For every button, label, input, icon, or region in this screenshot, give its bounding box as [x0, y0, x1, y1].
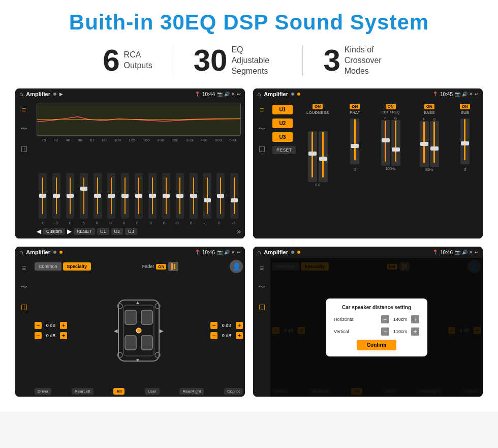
vol-fr-plus[interactable]: + — [236, 322, 243, 329]
freq-200: 200 — [158, 138, 164, 142]
vol-fr-value: 0 dB — [220, 323, 234, 328]
on-phat[interactable]: ON — [350, 104, 360, 109]
eq-slider-5[interactable] — [107, 173, 115, 219]
eq-slider-14[interactable] — [230, 173, 238, 219]
home-icon-3[interactable]: ⌂ — [19, 249, 23, 256]
u3-btn[interactable]: U3 — [125, 228, 137, 235]
prev-preset-btn[interactable]: ◀ — [37, 228, 41, 235]
on-bass[interactable]: ON — [424, 104, 434, 109]
sidebar-2: ≡ 〜 ◫ — [253, 100, 270, 238]
camera-icon-4: 📷 — [455, 250, 460, 255]
vol-fr-minus[interactable]: − — [210, 322, 217, 329]
wave-icon-4[interactable]: 〜 — [256, 282, 268, 292]
rearright-btn[interactable]: RearRight — [179, 388, 204, 395]
sub-slider[interactable] — [460, 118, 470, 164]
preset-u3[interactable]: U3 — [272, 132, 293, 142]
channel-cutfreq: ON CUT FREQ F — [381, 104, 400, 170]
vertical-minus-btn[interactable]: − — [381, 327, 389, 336]
stat-rca-number: 6 — [103, 45, 119, 76]
rearleft-btn[interactable]: RearLeft — [72, 388, 94, 395]
vol-fl-minus[interactable]: − — [35, 322, 42, 329]
fader-on-badge[interactable]: ON — [156, 264, 166, 270]
u2-btn[interactable]: U2 — [111, 228, 123, 235]
vol-rl-plus[interactable]: + — [60, 332, 67, 339]
custom-preset-btn[interactable]: Custom — [43, 228, 65, 235]
status-bar-right-3: 📍 10:46 📷 🔊 ✕ ↩ — [195, 250, 241, 255]
stat-eq: 30 EQ AdjustableSegments — [173, 45, 303, 76]
eq-slider-4[interactable] — [94, 173, 102, 219]
phat-slider[interactable] — [350, 118, 359, 164]
eq-slider-13[interactable] — [216, 173, 225, 219]
dialog-overlay: Car speaker distance setting Horizontal … — [270, 258, 483, 397]
on-cutfreq[interactable]: ON — [386, 104, 396, 109]
loudness-slider-1[interactable] — [308, 131, 317, 182]
copilot-btn[interactable]: Copilot — [224, 388, 243, 395]
horizontal-plus-btn[interactable]: + — [411, 315, 419, 323]
sub-label: SUB — [461, 110, 469, 115]
u1-btn[interactable]: U1 — [97, 228, 109, 235]
home-icon-1[interactable]: ⌂ — [19, 91, 23, 98]
confirm-button[interactable]: Confirm — [357, 340, 396, 350]
eq-slider-1[interactable] — [52, 173, 60, 219]
eq-slider-10[interactable] — [176, 173, 184, 219]
user-btn-3[interactable]: User — [145, 388, 160, 395]
eq-slider-12[interactable] — [203, 173, 211, 219]
eq-slider-2[interactable] — [66, 173, 74, 219]
eq-slider-8[interactable] — [148, 173, 157, 219]
tab-specialty-3[interactable]: Specialty — [63, 262, 91, 271]
wave-icon-3[interactable]: 〜 — [18, 282, 30, 292]
all-btn[interactable]: All — [113, 388, 124, 395]
next-preset-btn[interactable]: ▶ — [67, 228, 72, 235]
status-icons-3: 📷 🔊 ✕ ↩ — [217, 250, 241, 255]
bass-slider-2[interactable] — [430, 121, 439, 167]
screen1-content: ≡ 〜 ◫ — [15, 100, 245, 238]
home-icon-4[interactable]: ⌂ — [257, 249, 261, 256]
on-sub[interactable]: ON — [460, 104, 470, 109]
screenshots-grid: ⌂ Amplifier ▶ 📍 10:44 📷 🔊 ✕ ↩ — [15, 88, 483, 397]
eq-slider-7[interactable] — [135, 173, 143, 219]
preset-u1[interactable]: U1 — [272, 105, 293, 114]
dialog-vertical-row: Vertical − 110cm + — [334, 327, 419, 336]
speaker-icon-4[interactable]: ◫ — [256, 302, 268, 312]
speaker-icon-3[interactable]: ◫ — [18, 302, 30, 312]
back-icon-4: ↩ — [475, 250, 479, 255]
eq-slider-9[interactable] — [162, 173, 170, 219]
eq-slider-11[interactable] — [190, 173, 198, 219]
on-loudness[interactable]: ON — [313, 104, 323, 109]
more-icon[interactable]: » — [237, 227, 241, 235]
preset-u2[interactable]: U2 — [272, 118, 293, 128]
vol-rr-plus[interactable]: + — [236, 332, 243, 339]
cutfreq-slider-1[interactable] — [381, 120, 390, 166]
loudness-slider-2[interactable] — [319, 131, 328, 182]
speaker-icon[interactable]: ◫ — [18, 143, 30, 154]
tab-common-3[interactable]: Common — [35, 262, 61, 271]
eq-slider-6[interactable] — [121, 173, 129, 219]
status-bar-3: ⌂ Amplifier 📍 10:46 📷 🔊 ✕ ↩ — [15, 247, 245, 258]
reset-btn-1[interactable]: RESET — [74, 228, 95, 235]
eq-icon-2[interactable]: ≡ — [256, 105, 268, 115]
vertical-plus-btn[interactable]: + — [411, 327, 419, 336]
driver-btn[interactable]: Driver — [35, 388, 51, 395]
horizontal-minus-btn[interactable]: − — [381, 315, 389, 323]
eq-icon[interactable]: ≡ — [18, 105, 30, 115]
svg-text:▲: ▲ — [135, 300, 140, 305]
eq-icon-4[interactable]: ≡ — [256, 263, 268, 273]
wave-icon[interactable]: 〜 — [18, 124, 30, 134]
cutfreq-slider-2[interactable] — [391, 120, 400, 166]
status-dot-3 — [53, 251, 56, 254]
vol-fl-plus[interactable]: + — [60, 322, 67, 329]
eq-slider-0[interactable] — [39, 173, 47, 219]
speaker-icon-2[interactable]: ◫ — [256, 143, 268, 154]
play-icon: ▶ — [59, 92, 63, 97]
bass-slider-1[interactable] — [420, 121, 429, 167]
home-icon-2[interactable]: ⌂ — [257, 91, 261, 98]
reset-btn-2[interactable]: RESET — [272, 146, 296, 154]
stat-rca-label: RCAOutputs — [124, 50, 152, 71]
wave-icon-2[interactable]: 〜 — [256, 124, 268, 134]
eq-icon-3[interactable]: ≡ — [18, 263, 30, 273]
car-diagram-wrap: ▲ ▼ ◀ ▶ — [70, 295, 207, 366]
vol-rr-minus[interactable]: − — [210, 332, 217, 339]
eq-slider-3[interactable] — [80, 173, 88, 219]
location-icon-4: 📍 — [432, 250, 438, 255]
vol-rl-minus[interactable]: − — [35, 332, 42, 339]
